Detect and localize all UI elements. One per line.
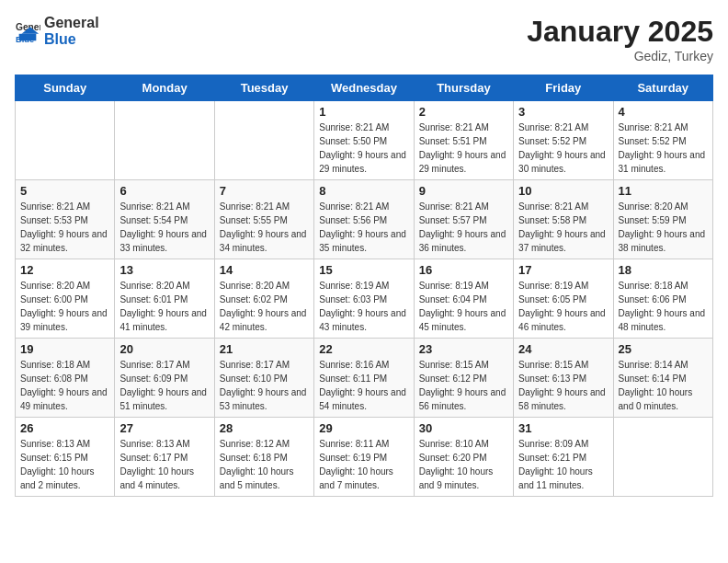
calendar-cell-w1-d6: 4Sunrise: 8:21 AMSunset: 5:52 PMDaylight…: [613, 101, 712, 180]
day-number: 9: [419, 184, 508, 198]
day-number: 2: [419, 105, 508, 119]
calendar-cell-w2-d1: 6Sunrise: 8:21 AMSunset: 5:54 PMDaylight…: [115, 180, 214, 259]
day-info: Sunrise: 8:21 AMSunset: 5:52 PMDaylight:…: [518, 121, 608, 176]
calendar-cell-w3-d5: 17Sunrise: 8:19 AMSunset: 6:05 PMDayligh…: [514, 259, 613, 339]
calendar-cell-w2-d4: 9Sunrise: 8:21 AMSunset: 5:57 PMDaylight…: [414, 180, 513, 259]
calendar-cell-w3-d1: 13Sunrise: 8:20 AMSunset: 6:01 PMDayligh…: [115, 259, 214, 339]
day-number: 13: [119, 263, 209, 277]
calendar-cell-w4-d1: 20Sunrise: 8:17 AMSunset: 6:09 PMDayligh…: [115, 339, 214, 418]
day-number: 5: [20, 184, 109, 198]
day-info: Sunrise: 8:18 AMSunset: 6:08 PMDaylight:…: [20, 358, 109, 413]
day-info: Sunrise: 8:21 AMSunset: 5:58 PMDaylight:…: [518, 200, 608, 255]
calendar-cell-w4-d5: 24Sunrise: 8:15 AMSunset: 6:13 PMDayligh…: [514, 339, 613, 418]
week-row-5: 26Sunrise: 8:13 AMSunset: 6:15 PMDayligh…: [16, 418, 713, 497]
day-number: 29: [319, 421, 408, 435]
day-number: 27: [119, 421, 209, 435]
logo-icon: General Blue: [15, 18, 40, 44]
calendar-cell-w2-d3: 8Sunrise: 8:21 AMSunset: 5:56 PMDaylight…: [314, 180, 414, 259]
calendar-table: Sunday Monday Tuesday Wednesday Thursday…: [15, 75, 713, 497]
calendar-cell-w5-d0: 26Sunrise: 8:13 AMSunset: 6:15 PMDayligh…: [16, 418, 115, 497]
header-saturday: Saturday: [613, 75, 712, 101]
calendar-cell-w3-d4: 16Sunrise: 8:19 AMSunset: 6:04 PMDayligh…: [414, 259, 513, 339]
calendar-cell-w5-d6: [613, 418, 712, 497]
day-info: Sunrise: 8:20 AMSunset: 5:59 PMDaylight:…: [619, 200, 708, 255]
calendar-cell-w1-d5: 3Sunrise: 8:21 AMSunset: 5:52 PMDaylight…: [514, 101, 613, 180]
day-number: 22: [319, 342, 408, 356]
day-info: Sunrise: 8:19 AMSunset: 6:04 PMDaylight:…: [419, 279, 508, 334]
location: Gediz, Turkey: [527, 49, 713, 63]
day-number: 30: [419, 421, 508, 435]
title-block: January 2025 Gediz, Turkey: [527, 15, 713, 63]
day-info: Sunrise: 8:21 AMSunset: 5:56 PMDaylight:…: [319, 200, 408, 255]
calendar-cell-w5-d3: 29Sunrise: 8:11 AMSunset: 6:19 PMDayligh…: [314, 418, 414, 497]
day-number: 18: [619, 263, 708, 277]
day-info: Sunrise: 8:16 AMSunset: 6:11 PMDaylight:…: [319, 358, 408, 413]
day-info: Sunrise: 8:20 AMSunset: 6:01 PMDaylight:…: [119, 279, 209, 334]
day-number: 12: [20, 263, 109, 277]
day-number: 15: [319, 263, 408, 277]
calendar-cell-w4-d2: 21Sunrise: 8:17 AMSunset: 6:10 PMDayligh…: [214, 339, 313, 418]
day-number: 16: [419, 263, 508, 277]
logo-general-text: General: [44, 15, 99, 31]
calendar-cell-w4-d6: 25Sunrise: 8:14 AMSunset: 6:14 PMDayligh…: [613, 339, 712, 418]
day-info: Sunrise: 8:14 AMSunset: 6:14 PMDaylight:…: [619, 358, 708, 413]
day-number: 31: [518, 421, 608, 435]
header-thursday: Thursday: [414, 75, 513, 101]
day-info: Sunrise: 8:10 AMSunset: 6:20 PMDaylight:…: [419, 437, 508, 492]
day-info: Sunrise: 8:20 AMSunset: 6:02 PMDaylight:…: [220, 279, 309, 334]
calendar-cell-w2-d6: 11Sunrise: 8:20 AMSunset: 5:59 PMDayligh…: [613, 180, 712, 259]
day-info: Sunrise: 8:13 AMSunset: 6:15 PMDaylight:…: [20, 437, 109, 492]
day-info: Sunrise: 8:21 AMSunset: 5:55 PMDaylight:…: [220, 200, 309, 255]
day-info: Sunrise: 8:12 AMSunset: 6:18 PMDaylight:…: [220, 437, 309, 492]
day-number: 20: [119, 342, 209, 356]
day-info: Sunrise: 8:13 AMSunset: 6:17 PMDaylight:…: [119, 437, 209, 492]
calendar-cell-w4-d3: 22Sunrise: 8:16 AMSunset: 6:11 PMDayligh…: [314, 339, 414, 418]
day-number: 7: [220, 184, 309, 198]
calendar-cell-w1-d1: [115, 101, 214, 180]
calendar-cell-w2-d0: 5Sunrise: 8:21 AMSunset: 5:53 PMDaylight…: [16, 180, 115, 259]
header-tuesday: Tuesday: [214, 75, 313, 101]
logo: General Blue General Blue: [15, 15, 99, 47]
day-info: Sunrise: 8:19 AMSunset: 6:03 PMDaylight:…: [319, 279, 408, 334]
week-row-1: 1Sunrise: 8:21 AMSunset: 5:50 PMDaylight…: [16, 101, 713, 180]
header-monday: Monday: [115, 75, 214, 101]
calendar-cell-w1-d0: [16, 101, 115, 180]
day-number: 17: [518, 263, 608, 277]
svg-text:Blue: Blue: [16, 35, 34, 44]
day-number: 6: [119, 184, 209, 198]
calendar-cell-w3-d2: 14Sunrise: 8:20 AMSunset: 6:02 PMDayligh…: [214, 259, 313, 339]
day-info: Sunrise: 8:17 AMSunset: 6:09 PMDaylight:…: [119, 358, 209, 413]
day-number: 28: [220, 421, 309, 435]
day-info: Sunrise: 8:19 AMSunset: 6:05 PMDaylight:…: [518, 279, 608, 334]
day-info: Sunrise: 8:11 AMSunset: 6:19 PMDaylight:…: [319, 437, 408, 492]
day-number: 8: [319, 184, 408, 198]
calendar-cell-w4-d4: 23Sunrise: 8:15 AMSunset: 6:12 PMDayligh…: [414, 339, 513, 418]
day-info: Sunrise: 8:21 AMSunset: 5:50 PMDaylight:…: [319, 121, 408, 176]
day-info: Sunrise: 8:20 AMSunset: 6:00 PMDaylight:…: [20, 279, 109, 334]
calendar-cell-w5-d5: 31Sunrise: 8:09 AMSunset: 6:21 PMDayligh…: [514, 418, 613, 497]
day-info: Sunrise: 8:15 AMSunset: 6:13 PMDaylight:…: [518, 358, 608, 413]
day-info: Sunrise: 8:21 AMSunset: 5:51 PMDaylight:…: [419, 121, 508, 176]
page-header: General Blue General Blue January 2025 G…: [15, 15, 713, 63]
calendar-cell-w1-d4: 2Sunrise: 8:21 AMSunset: 5:51 PMDaylight…: [414, 101, 513, 180]
day-number: 4: [619, 105, 708, 119]
calendar-cell-w3-d6: 18Sunrise: 8:18 AMSunset: 6:06 PMDayligh…: [613, 259, 712, 339]
calendar-header-row: Sunday Monday Tuesday Wednesday Thursday…: [16, 75, 713, 101]
day-number: 24: [518, 342, 608, 356]
day-info: Sunrise: 8:09 AMSunset: 6:21 PMDaylight:…: [518, 437, 608, 492]
header-wednesday: Wednesday: [314, 75, 414, 101]
day-number: 10: [518, 184, 608, 198]
week-row-2: 5Sunrise: 8:21 AMSunset: 5:53 PMDaylight…: [16, 180, 713, 259]
day-number: 19: [20, 342, 109, 356]
day-number: 25: [619, 342, 708, 356]
calendar-cell-w5-d2: 28Sunrise: 8:12 AMSunset: 6:18 PMDayligh…: [214, 418, 313, 497]
week-row-4: 19Sunrise: 8:18 AMSunset: 6:08 PMDayligh…: [16, 339, 713, 418]
logo-blue-text: Blue: [44, 31, 99, 48]
day-info: Sunrise: 8:21 AMSunset: 5:57 PMDaylight:…: [419, 200, 508, 255]
day-number: 21: [220, 342, 309, 356]
header-sunday: Sunday: [16, 75, 115, 101]
day-info: Sunrise: 8:21 AMSunset: 5:54 PMDaylight:…: [119, 200, 209, 255]
calendar-cell-w4-d0: 19Sunrise: 8:18 AMSunset: 6:08 PMDayligh…: [16, 339, 115, 418]
calendar-cell-w2-d5: 10Sunrise: 8:21 AMSunset: 5:58 PMDayligh…: [514, 180, 613, 259]
day-info: Sunrise: 8:18 AMSunset: 6:06 PMDaylight:…: [619, 279, 708, 334]
